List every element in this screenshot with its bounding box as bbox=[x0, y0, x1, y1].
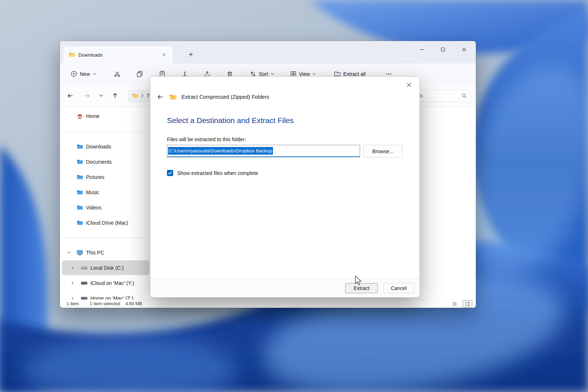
status-selection-size: 4.60 MB bbox=[125, 301, 142, 306]
forward-button[interactable] bbox=[79, 89, 94, 102]
show-extracted-checkbox[interactable] bbox=[167, 170, 173, 176]
sidebar-item-home[interactable]: Home bbox=[62, 109, 149, 123]
dialog-footer: Extract Cancel bbox=[150, 278, 420, 297]
cut-button[interactable] bbox=[110, 68, 124, 81]
sidebar-item-music[interactable]: Music bbox=[62, 185, 149, 200]
chevron-down-icon bbox=[271, 73, 274, 75]
folder-icon bbox=[77, 159, 83, 164]
chevron-right-icon[interactable] bbox=[72, 281, 74, 285]
home-icon bbox=[77, 113, 83, 119]
close-icon bbox=[407, 83, 411, 87]
search-icon bbox=[462, 93, 467, 98]
tab-title: Downloads bbox=[78, 52, 103, 58]
window-close-button[interactable] bbox=[453, 42, 474, 57]
folder-icon bbox=[77, 175, 83, 180]
sidebar-item-icloud-mac[interactable]: iCloud on 'Mac' (Y:) bbox=[62, 275, 149, 290]
destination-path-text: C:\Users\ryassuda\Downloads\Dropbox Back… bbox=[168, 147, 273, 155]
breadcrumb-chevron-icon bbox=[141, 94, 144, 98]
window-controls bbox=[411, 42, 474, 57]
folder-icon bbox=[77, 144, 83, 149]
chevron-right-icon[interactable] bbox=[72, 266, 74, 270]
cancel-button[interactable]: Cancel bbox=[383, 283, 414, 293]
sidebar-item-label: Videos bbox=[86, 205, 102, 211]
sidebar-divider bbox=[60, 124, 150, 139]
plus-icon bbox=[189, 52, 193, 57]
status-item-count: 1 item bbox=[66, 301, 79, 306]
chevron-right-icon[interactable] bbox=[72, 297, 74, 300]
desktop: Downloads bbox=[0, 0, 588, 392]
status-selection: 1 item selected bbox=[90, 301, 120, 306]
dialog-close-button[interactable] bbox=[404, 80, 415, 90]
sidebar-item-local-disk[interactable]: Local Disk (C:) bbox=[62, 260, 149, 275]
sidebar-item-label: Music bbox=[86, 189, 99, 195]
dialog-header: Extract Compressed (Zipped) Folders bbox=[156, 93, 269, 101]
browse-button[interactable]: Browse... bbox=[363, 145, 403, 158]
dialog-heading: Select a Destination and Extract Files bbox=[167, 116, 294, 125]
sidebar-item-label: Pictures bbox=[86, 174, 105, 180]
new-button[interactable]: New bbox=[67, 68, 100, 81]
new-button-label: New bbox=[80, 71, 90, 77]
tab-bar: Downloads bbox=[60, 41, 476, 64]
back-icon bbox=[157, 94, 163, 100]
up-button[interactable] bbox=[108, 89, 122, 102]
sidebar-item-label: iCloud Drive (Mac) bbox=[86, 220, 128, 226]
window-minimize-button[interactable] bbox=[411, 42, 432, 57]
sidebar-item-label: Documents bbox=[86, 159, 112, 165]
back-button[interactable] bbox=[63, 89, 77, 102]
sidebar-item-documents[interactable]: Documents bbox=[62, 154, 149, 169]
chevron-down-icon[interactable] bbox=[67, 251, 71, 254]
destination-label: Files will be extracted to this folder: bbox=[167, 136, 246, 142]
plus-circle-icon bbox=[71, 71, 77, 77]
sidebar-item-this-pc[interactable]: This PC bbox=[62, 245, 149, 260]
window-maximize-button[interactable] bbox=[432, 42, 453, 57]
mouse-cursor bbox=[355, 275, 363, 286]
copy-button[interactable] bbox=[132, 68, 147, 81]
sidebar-item-label: Home bbox=[86, 113, 99, 119]
dialog-back-button[interactable] bbox=[156, 93, 164, 101]
sidebar-item-label: Local Disk (C:) bbox=[90, 265, 124, 271]
up-icon bbox=[112, 93, 118, 99]
network-drive-icon bbox=[81, 281, 87, 285]
sidebar-item-videos[interactable]: Videos bbox=[62, 200, 149, 215]
checkbox-label: Show extracted files when complete bbox=[177, 170, 258, 176]
recent-locations-button[interactable] bbox=[96, 89, 106, 102]
forward-icon bbox=[84, 93, 90, 99]
check-icon bbox=[168, 171, 172, 175]
folder-icon bbox=[77, 190, 83, 195]
sidebar-item-downloads[interactable]: Downloads bbox=[62, 139, 149, 154]
details-view-icon bbox=[452, 301, 457, 307]
extract-all-icon bbox=[334, 71, 341, 77]
sidebar-item-home-mac[interactable]: Home on 'Mac' (Z:) bbox=[62, 291, 149, 299]
sidebar-item-icloud-drive[interactable]: iCloud Drive (Mac) bbox=[62, 215, 149, 230]
folder-icon bbox=[69, 52, 75, 57]
sidebar-item-pictures[interactable]: Pictures bbox=[62, 170, 149, 184]
sidebar-item-label: Home on 'Mac' (Z:) bbox=[90, 295, 133, 300]
tab-close-icon[interactable] bbox=[159, 50, 169, 60]
local-disk-icon bbox=[81, 266, 87, 270]
minimize-icon bbox=[420, 48, 424, 52]
close-icon bbox=[462, 48, 466, 52]
chevron-down-icon bbox=[93, 73, 96, 75]
status-bar: 1 item 1 item selected 4.60 MB bbox=[60, 299, 476, 308]
chevron-down-icon bbox=[313, 73, 316, 75]
zip-folder-icon bbox=[169, 94, 177, 100]
large-icons-view-button[interactable] bbox=[463, 300, 472, 307]
folder-icon bbox=[132, 93, 138, 98]
cut-icon bbox=[114, 71, 121, 77]
sidebar-item-label: iCloud on 'Mac' (Y:) bbox=[90, 280, 134, 286]
tab-downloads[interactable]: Downloads bbox=[64, 46, 172, 64]
folder-icon bbox=[77, 220, 83, 225]
network-drive-icon bbox=[81, 296, 87, 300]
sidebar-item-label: This PC bbox=[86, 250, 104, 256]
show-extracted-checkbox-row[interactable]: Show extracted files when complete bbox=[167, 170, 258, 176]
dialog-title: Extract Compressed (Zipped) Folders bbox=[181, 94, 269, 100]
chevron-down-icon bbox=[99, 94, 103, 97]
extract-dialog: Extract Compressed (Zipped) Folders Sele… bbox=[150, 76, 420, 298]
new-tab-button[interactable] bbox=[186, 50, 196, 59]
sidebar-divider bbox=[60, 230, 150, 245]
sidebar-item-label: Downloads bbox=[86, 144, 111, 150]
details-view-button[interactable] bbox=[450, 300, 459, 307]
navigation-pane: Home Downloads Documents Pictures bbox=[60, 107, 150, 299]
copy-icon bbox=[136, 71, 143, 77]
destination-path-input[interactable]: C:\Users\ryassuda\Downloads\Dropbox Back… bbox=[167, 145, 360, 157]
